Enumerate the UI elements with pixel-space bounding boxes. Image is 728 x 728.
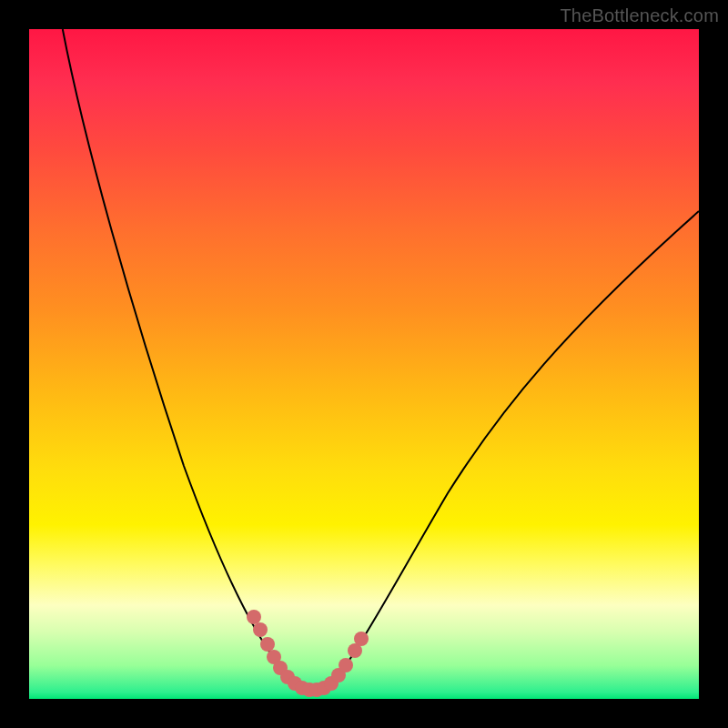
svg-point-13	[339, 658, 353, 672]
highlight-dots	[247, 610, 369, 697]
svg-point-1	[253, 622, 268, 637]
svg-point-2	[260, 637, 275, 652]
svg-point-0	[247, 610, 261, 624]
chart-svg	[29, 29, 699, 699]
svg-point-15	[354, 632, 369, 646]
bottleneck-curve	[63, 29, 699, 690]
chart-plot-area	[29, 29, 699, 699]
watermark-text: TheBottleneck.com	[560, 5, 719, 26]
